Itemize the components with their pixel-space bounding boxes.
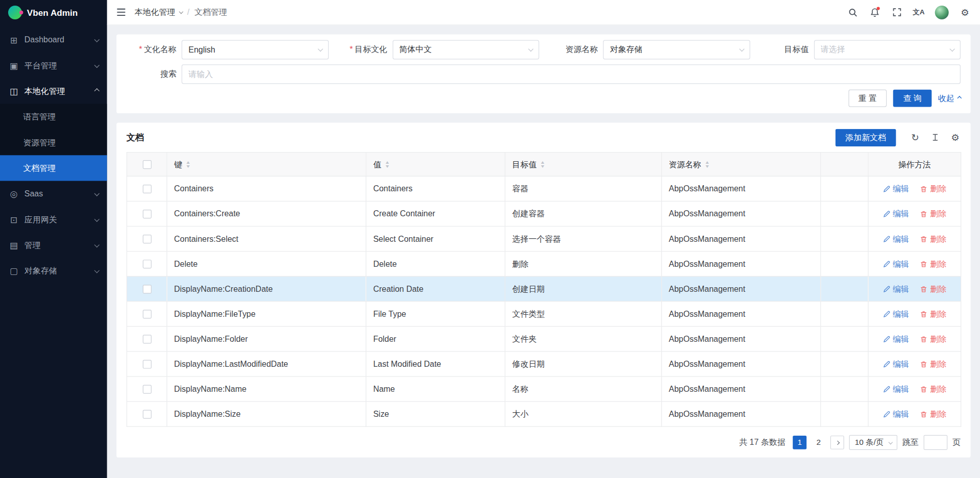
target-culture-select[interactable]: 简体中文 bbox=[393, 40, 540, 59]
edit-button[interactable]: 编辑 bbox=[883, 358, 909, 369]
settings-gear-icon[interactable]: ⚙ bbox=[960, 7, 971, 18]
edit-label: 编辑 bbox=[893, 183, 909, 194]
row-checkbox[interactable] bbox=[142, 360, 151, 369]
translate-icon[interactable]: 文A bbox=[913, 7, 924, 18]
cell-value: Containers bbox=[366, 176, 505, 201]
table-row[interactable]: DisplayName:Size Size 大小 AbpOssManagemen… bbox=[127, 401, 961, 426]
table-row[interactable]: Containers:Create Create Container 创建容器 … bbox=[127, 201, 961, 226]
sidebar-item-resource-management[interactable]: 资源管理 bbox=[0, 130, 107, 155]
menu-fold-icon[interactable] bbox=[116, 8, 126, 16]
logo[interactable]: Vben Admin bbox=[0, 0, 107, 25]
row-checkbox[interactable] bbox=[142, 410, 151, 419]
delete-button[interactable]: 删除 bbox=[920, 383, 947, 394]
delete-button[interactable]: 删除 bbox=[920, 233, 947, 244]
field-search: 搜索 bbox=[127, 64, 961, 84]
edit-button[interactable]: 编辑 bbox=[883, 283, 909, 294]
page-button-1[interactable]: 1 bbox=[793, 436, 806, 449]
next-page-button[interactable] bbox=[830, 436, 844, 449]
row-checkbox[interactable] bbox=[142, 210, 151, 218]
sidebar-item-dashboard[interactable]: ⊞ Dashboard bbox=[0, 27, 107, 53]
cell-resource-name: AbpOssManagement bbox=[662, 201, 821, 226]
sidebar-item-management[interactable]: ▤ 管理 bbox=[0, 232, 107, 258]
refresh-icon[interactable]: ↻ bbox=[910, 132, 921, 143]
delete-button[interactable]: 删除 bbox=[920, 308, 947, 319]
chevron-down-icon bbox=[94, 191, 100, 196]
delete-label: 删除 bbox=[930, 258, 946, 269]
row-checkbox[interactable] bbox=[142, 285, 151, 294]
row-height-icon[interactable] bbox=[930, 132, 941, 143]
chevron-up-icon bbox=[94, 88, 100, 93]
fullscreen-icon[interactable] bbox=[891, 7, 902, 18]
query-button[interactable]: 查 询 bbox=[893, 89, 932, 107]
page-size-select[interactable]: 10 条/页 bbox=[849, 435, 897, 450]
target-culture-label: *目标文化 bbox=[337, 44, 387, 55]
collapse-link[interactable]: 收起 bbox=[938, 93, 961, 104]
edit-button[interactable]: 编辑 bbox=[883, 308, 909, 319]
sidebar-item-document-management[interactable]: 文档管理 bbox=[0, 155, 107, 181]
table-row[interactable]: DisplayName:Folder Folder 文件夹 AbpOssMana… bbox=[127, 326, 961, 351]
page-content: *文化名称 English *目标文化 简体中文 bbox=[107, 25, 980, 478]
table-row[interactable]: DisplayName:CreationDate Creation Date 创… bbox=[127, 276, 961, 301]
jump-page-input[interactable] bbox=[924, 435, 948, 450]
delete-button[interactable]: 删除 bbox=[920, 358, 947, 369]
table-row[interactable]: Containers:Select Select Container 选择一个容… bbox=[127, 227, 961, 251]
table-header-row: 键 ▲▼ 值 ▲▼ 目标值 ▲▼ bbox=[127, 153, 961, 177]
cell-value: Last Modified Date bbox=[366, 351, 505, 376]
column-settings-gear-icon[interactable]: ⚙ bbox=[950, 132, 961, 143]
table-row[interactable]: Delete Delete 删除 AbpOssManagement 编辑 删除 bbox=[127, 251, 961, 276]
sidebar-item-localization-management[interactable]: ◫ 本地化管理 bbox=[0, 78, 107, 104]
row-checkbox[interactable] bbox=[142, 235, 151, 243]
edit-button[interactable]: 编辑 bbox=[883, 383, 909, 394]
reset-button[interactable]: 重 置 bbox=[848, 89, 887, 107]
pagination: 共 17 条数据 1 2 10 条/页 跳至 页 bbox=[127, 435, 961, 450]
select-all-checkbox[interactable] bbox=[142, 160, 151, 169]
chevron-down-icon bbox=[739, 46, 744, 52]
table-row[interactable]: DisplayName:LastModifiedDate Last Modifi… bbox=[127, 351, 961, 376]
delete-button[interactable]: 删除 bbox=[920, 409, 947, 420]
sidebar-item-language-management[interactable]: 语言管理 bbox=[0, 104, 107, 130]
edit-button[interactable]: 编辑 bbox=[883, 183, 909, 194]
sidebar-item-app-gateway[interactable]: ⊡ 应用网关 bbox=[0, 207, 107, 232]
cell-empty bbox=[821, 401, 868, 426]
edit-button[interactable]: 编辑 bbox=[883, 208, 909, 219]
row-checkbox[interactable] bbox=[142, 260, 151, 268]
sidebar-item-label: 平台管理 bbox=[24, 60, 57, 71]
delete-button[interactable]: 删除 bbox=[920, 258, 947, 269]
sort-icon[interactable]: ▲▼ bbox=[541, 161, 545, 168]
edit-button[interactable]: 编辑 bbox=[883, 233, 909, 244]
sidebar-item-saas[interactable]: ◎ Saas bbox=[0, 181, 107, 207]
row-checkbox[interactable] bbox=[142, 385, 151, 394]
delete-button[interactable]: 删除 bbox=[920, 183, 947, 194]
sidebar-item-object-storage[interactable]: ▢ 对象存储 bbox=[0, 258, 107, 283]
edit-button[interactable]: 编辑 bbox=[883, 258, 909, 269]
pagination-total: 共 17 条数据 bbox=[739, 437, 785, 448]
row-checkbox[interactable] bbox=[142, 185, 151, 193]
sort-icon[interactable]: ▲▼ bbox=[385, 161, 390, 168]
resource-name-select[interactable]: 对象存储 bbox=[603, 40, 750, 59]
table-row[interactable]: DisplayName:Name Name 名称 AbpOssManagemen… bbox=[127, 376, 961, 401]
delete-label: 删除 bbox=[930, 208, 946, 219]
search-input[interactable] bbox=[182, 64, 961, 84]
culture-name-select[interactable]: English bbox=[182, 40, 329, 59]
notification-bell-icon[interactable] bbox=[869, 7, 880, 18]
sort-icon[interactable]: ▲▼ bbox=[186, 161, 190, 168]
row-checkbox[interactable] bbox=[142, 335, 151, 344]
delete-button[interactable]: 删除 bbox=[920, 333, 947, 344]
sidebar-item-platform-management[interactable]: ▣ 平台管理 bbox=[0, 53, 107, 78]
add-document-button[interactable]: 添加新文档 bbox=[836, 129, 896, 146]
avatar[interactable] bbox=[935, 5, 949, 19]
edit-button[interactable]: 编辑 bbox=[883, 333, 909, 344]
breadcrumb-parent[interactable]: 本地化管理 bbox=[135, 7, 182, 18]
table-row[interactable]: DisplayName:FileType File Type 文件类型 AbpO… bbox=[127, 301, 961, 326]
sort-icon[interactable]: ▲▼ bbox=[705, 161, 709, 168]
cell-resource-name: AbpOssManagement bbox=[662, 351, 821, 376]
edit-button[interactable]: 编辑 bbox=[883, 409, 909, 420]
page-button-2[interactable]: 2 bbox=[812, 436, 825, 449]
table-row[interactable]: Containers Containers 容器 AbpOssManagemen… bbox=[127, 176, 961, 201]
delete-button[interactable]: 删除 bbox=[920, 208, 947, 219]
selected-value: 对象存储 bbox=[610, 44, 736, 55]
search-icon[interactable] bbox=[847, 7, 859, 18]
row-checkbox[interactable] bbox=[142, 310, 151, 319]
delete-button[interactable]: 删除 bbox=[920, 283, 947, 294]
target-value-select[interactable]: 请选择 bbox=[814, 40, 961, 59]
